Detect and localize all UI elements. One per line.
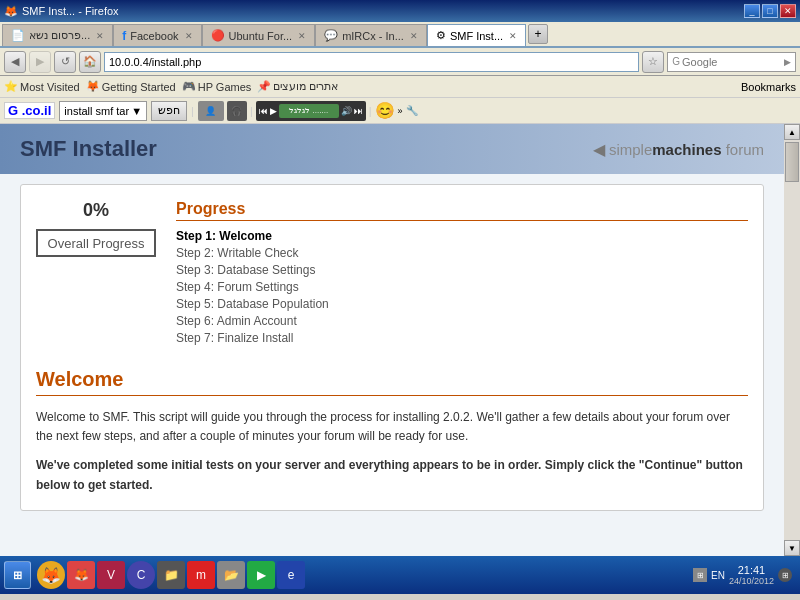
toolbar-sep3: | bbox=[369, 105, 372, 117]
search-go-icon[interactable]: ▶ bbox=[784, 57, 791, 67]
bookmarks-right[interactable]: Bookmarks bbox=[741, 81, 796, 93]
taskbar-icon-2[interactable]: 🦊 bbox=[67, 561, 95, 589]
tab-3-close[interactable]: ✕ bbox=[298, 31, 306, 41]
orb-icon: ⊞ bbox=[782, 571, 789, 580]
media-toolbar: 👤 🎧 | ⏮ ▶ לגלגל ....... 🔊 ⏭ | 😊 » 🔧 bbox=[198, 101, 418, 121]
step-2: Step 2: Writable Check bbox=[176, 246, 748, 260]
tab-1[interactable]: 📄 פרסום נשא... ✕ bbox=[2, 24, 113, 46]
tray-icon-1[interactable]: ⊞ bbox=[693, 568, 707, 582]
tab-2[interactable]: f Facebook ✕ bbox=[113, 24, 201, 46]
maximize-button[interactable]: □ bbox=[762, 4, 778, 18]
start-button[interactable]: ⊞ bbox=[4, 561, 31, 589]
reload-button[interactable]: ↺ bbox=[54, 51, 76, 73]
smf-logo-container: ◀ simplemachines forum bbox=[593, 140, 764, 159]
toolbar-wrench-icon[interactable]: 🔧 bbox=[406, 105, 418, 116]
toolbar-separator: | bbox=[191, 105, 194, 117]
taskbar-icon-6[interactable]: m bbox=[187, 561, 215, 589]
smf-logo: simplemachines forum bbox=[609, 141, 764, 158]
tab-4-icon: 💬 bbox=[324, 29, 338, 42]
page-content: SMF Installer ◀ simplemachines forum 0% … bbox=[0, 124, 784, 556]
window-controls: _ □ ✕ bbox=[744, 4, 796, 18]
welcome-paragraph1: Welcome to SMF. This script will guide y… bbox=[36, 408, 748, 446]
bookmarks-bar: ⭐ Most Visited 🦊 Getting Started 🎮 HP Ga… bbox=[0, 76, 800, 98]
progress-right: Progress Step 1: Welcome Step 2: Writabl… bbox=[176, 200, 748, 348]
tab-1-icon: 📄 bbox=[11, 29, 25, 42]
tab-5-close[interactable]: ✕ bbox=[509, 31, 517, 41]
progress-title: Progress bbox=[176, 200, 748, 221]
step-7: Step 7: Finalize Install bbox=[176, 331, 748, 345]
dropdown-arrow-icon: ▼ bbox=[131, 105, 142, 117]
taskbar-icon-4[interactable]: C bbox=[127, 561, 155, 589]
scroll-up-button[interactable]: ▲ bbox=[784, 124, 800, 140]
scrollbar: ▲ ▼ bbox=[784, 124, 800, 556]
scroll-thumb[interactable] bbox=[785, 142, 799, 182]
prev-icon[interactable]: ⏮ bbox=[259, 106, 268, 116]
hp-games-bookmark[interactable]: 🎮 HP Games bbox=[182, 80, 252, 93]
star-icon: ⭐ bbox=[4, 80, 18, 93]
windows-icon: ⊞ bbox=[13, 569, 22, 582]
back-button[interactable]: ◀ bbox=[4, 51, 26, 73]
tab-3[interactable]: 🔴 Ubuntu For... ✕ bbox=[202, 24, 316, 46]
welcome-title: Welcome bbox=[36, 368, 748, 396]
clock-display: 21:41 24/10/2012 bbox=[729, 564, 774, 586]
tab-5-icon: ⚙ bbox=[436, 29, 446, 42]
search-dropdown[interactable]: install smf tar ▼ bbox=[59, 101, 147, 121]
forward-button[interactable]: ▶ bbox=[29, 51, 51, 73]
taskbar-firefox-icon[interactable]: 🦊 bbox=[37, 561, 65, 589]
taskbar-icon-7[interactable]: 📂 bbox=[217, 561, 245, 589]
emoji-icon[interactable]: 😊 bbox=[375, 101, 395, 120]
getting-started-bookmark[interactable]: 🦊 Getting Started bbox=[86, 80, 176, 93]
tab-4[interactable]: 💬 mIRCx - In... ✕ bbox=[315, 24, 427, 46]
g-logo[interactable]: G .co.il bbox=[4, 102, 55, 119]
taskbar-icon-9-glyph: e bbox=[288, 568, 295, 582]
tab-1-label: פרסום נשא... bbox=[29, 29, 90, 42]
tab-2-close[interactable]: ✕ bbox=[185, 31, 193, 41]
taskbar-icon-5-glyph: 📁 bbox=[164, 568, 179, 582]
headphone-icon[interactable]: 🎧 bbox=[227, 101, 247, 121]
play-icon[interactable]: ▶ bbox=[270, 106, 277, 116]
most-visited-bookmark[interactable]: ⭐ Most Visited bbox=[4, 80, 80, 93]
hebrew-bookmark[interactable]: 📌 אתרים מועצים bbox=[257, 80, 338, 93]
bookmark-star[interactable]: ☆ bbox=[642, 51, 664, 73]
bookmarks-label: Bookmarks bbox=[741, 81, 796, 93]
getting-started-label: Getting Started bbox=[102, 81, 176, 93]
nav-bar: ◀ ▶ ↺ 🏠 ☆ G ▶ bbox=[0, 48, 800, 76]
media-icon-1[interactable]: 👤 bbox=[198, 101, 224, 121]
tab-3-label: Ubuntu For... bbox=[229, 30, 293, 42]
tab-5[interactable]: ⚙ SMF Inst... ✕ bbox=[427, 24, 526, 46]
address-bar[interactable] bbox=[104, 52, 639, 72]
logo-arrow-icon: ◀ bbox=[593, 140, 605, 159]
windows-orb[interactable]: ⊞ bbox=[778, 568, 792, 582]
taskbar-icon-3[interactable]: V bbox=[97, 561, 125, 589]
step-4: Step 4: Forum Settings bbox=[176, 280, 748, 294]
taskbar-icon-5[interactable]: 📁 bbox=[157, 561, 185, 589]
tab-bar: 📄 פרסום נשא... ✕ f Facebook ✕ 🔴 Ubuntu F… bbox=[0, 22, 800, 48]
most-visited-label: Most Visited bbox=[20, 81, 80, 93]
taskbar-icon-7-glyph: 📂 bbox=[224, 568, 239, 582]
lang-indicator[interactable]: EN bbox=[711, 570, 725, 581]
tab-2-icon: f bbox=[122, 29, 126, 43]
next-icon[interactable]: ⏭ bbox=[354, 106, 363, 116]
taskbar-icon-8[interactable]: ▶ bbox=[247, 561, 275, 589]
vol-icon[interactable]: 🔊 bbox=[341, 106, 352, 116]
tab-4-close[interactable]: ✕ bbox=[410, 31, 418, 41]
close-button[interactable]: ✕ bbox=[780, 4, 796, 18]
smf-body: 0% Overall Progress Progress Step 1: Wel… bbox=[20, 184, 764, 511]
step-6: Step 6: Admin Account bbox=[176, 314, 748, 328]
minimize-button[interactable]: _ bbox=[744, 4, 760, 18]
search-input[interactable] bbox=[682, 56, 782, 68]
search-button[interactable]: חפש bbox=[151, 101, 187, 121]
search-container: G ▶ bbox=[667, 52, 796, 72]
taskbar-icon-9[interactable]: e bbox=[277, 561, 305, 589]
hebrew-icon: 📌 bbox=[257, 80, 271, 93]
home-button[interactable]: 🏠 bbox=[79, 51, 101, 73]
tab-1-close[interactable]: ✕ bbox=[96, 31, 104, 41]
scroll-track[interactable] bbox=[784, 140, 800, 540]
scroll-down-button[interactable]: ▼ bbox=[784, 540, 800, 556]
toolbar-row: G .co.il install smf tar ▼ חפש | 👤 🎧 | ⏮… bbox=[0, 98, 800, 124]
new-tab-button[interactable]: + bbox=[528, 24, 548, 44]
progress-bar-container: Overall Progress bbox=[36, 229, 156, 257]
date-display: 24/10/2012 bbox=[729, 576, 774, 586]
progress-section: 0% Overall Progress Progress Step 1: Wel… bbox=[36, 200, 748, 348]
toolbar-more[interactable]: » bbox=[398, 106, 403, 116]
